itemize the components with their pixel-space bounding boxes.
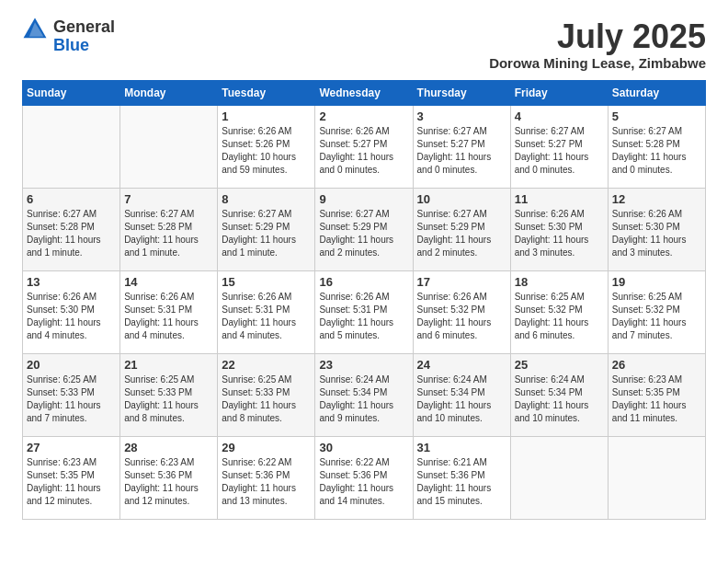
calendar-cell: 6Sunrise: 6:27 AMSunset: 5:28 PMDaylight… bbox=[23, 188, 120, 270]
day-number: 1 bbox=[222, 109, 311, 123]
cell-info: Sunrise: 6:26 AMSunset: 5:30 PMDaylight:… bbox=[27, 291, 116, 342]
day-number: 16 bbox=[319, 275, 408, 289]
day-number: 24 bbox=[417, 358, 506, 372]
cell-info: Sunrise: 6:27 AMSunset: 5:28 PMDaylight:… bbox=[124, 208, 213, 259]
calendar-cell: 21Sunrise: 6:25 AMSunset: 5:33 PMDayligh… bbox=[120, 353, 218, 436]
cell-info: Sunrise: 6:27 AMSunset: 5:29 PMDaylight:… bbox=[222, 208, 311, 259]
cell-info: Sunrise: 6:23 AMSunset: 5:36 PMDaylight:… bbox=[124, 456, 213, 508]
calendar-cell: 26Sunrise: 6:23 AMSunset: 5:35 PMDayligh… bbox=[608, 353, 705, 436]
calendar-cell: 31Sunrise: 6:21 AMSunset: 5:36 PMDayligh… bbox=[413, 436, 510, 519]
calendar-cell bbox=[608, 436, 705, 519]
calendar-cell: 2Sunrise: 6:26 AMSunset: 5:27 PMDaylight… bbox=[315, 105, 413, 188]
cell-info: Sunrise: 6:21 AMSunset: 5:36 PMDaylight:… bbox=[417, 456, 506, 508]
calendar-cell: 14Sunrise: 6:26 AMSunset: 5:31 PMDayligh… bbox=[120, 270, 218, 353]
location-title: Dorowa Mining Lease, Zimbabwe bbox=[489, 55, 706, 71]
calendar-cell: 10Sunrise: 6:27 AMSunset: 5:29 PMDayligh… bbox=[413, 188, 510, 270]
cell-info: Sunrise: 6:27 AMSunset: 5:28 PMDaylight:… bbox=[27, 208, 116, 259]
day-number: 27 bbox=[27, 441, 116, 454]
day-number: 3 bbox=[417, 109, 506, 123]
cell-info: Sunrise: 6:26 AMSunset: 5:31 PMDaylight:… bbox=[124, 291, 213, 342]
calendar-cell: 28Sunrise: 6:23 AMSunset: 5:36 PMDayligh… bbox=[120, 436, 218, 519]
day-number: 30 bbox=[319, 441, 408, 454]
cell-info: Sunrise: 6:22 AMSunset: 5:36 PMDaylight:… bbox=[319, 456, 408, 508]
cell-info: Sunrise: 6:23 AMSunset: 5:35 PMDaylight:… bbox=[612, 373, 701, 425]
day-number: 28 bbox=[124, 441, 213, 454]
cell-info: Sunrise: 6:27 AMSunset: 5:27 PMDaylight:… bbox=[417, 125, 506, 177]
cell-info: Sunrise: 6:26 AMSunset: 5:31 PMDaylight:… bbox=[319, 291, 408, 342]
day-number: 12 bbox=[612, 192, 701, 206]
day-number: 11 bbox=[515, 192, 604, 206]
calendar-cell: 3Sunrise: 6:27 AMSunset: 5:27 PMDaylight… bbox=[413, 105, 510, 188]
day-number: 21 bbox=[124, 358, 213, 372]
cell-info: Sunrise: 6:27 AMSunset: 5:29 PMDaylight:… bbox=[319, 208, 408, 259]
calendar-cell: 12Sunrise: 6:26 AMSunset: 5:30 PMDayligh… bbox=[608, 188, 705, 270]
title-area: July 2025 Dorowa Mining Lease, Zimbabwe bbox=[489, 18, 706, 71]
day-number: 23 bbox=[319, 358, 408, 372]
header-day-monday: Monday bbox=[120, 80, 218, 105]
calendar-cell: 29Sunrise: 6:22 AMSunset: 5:36 PMDayligh… bbox=[218, 436, 315, 519]
page-header: General Blue July 2025 Dorowa Mining Lea… bbox=[22, 18, 706, 71]
day-number: 31 bbox=[417, 441, 506, 454]
calendar-cell: 5Sunrise: 6:27 AMSunset: 5:28 PMDaylight… bbox=[608, 105, 705, 188]
calendar-cell bbox=[120, 105, 218, 188]
day-number: 5 bbox=[612, 109, 701, 123]
calendar-cell: 13Sunrise: 6:26 AMSunset: 5:30 PMDayligh… bbox=[23, 270, 120, 353]
day-number: 26 bbox=[612, 358, 701, 372]
cell-info: Sunrise: 6:25 AMSunset: 5:32 PMDaylight:… bbox=[515, 291, 604, 342]
cell-info: Sunrise: 6:26 AMSunset: 5:27 PMDaylight:… bbox=[319, 125, 408, 177]
logo: General Blue bbox=[22, 18, 115, 55]
cell-info: Sunrise: 6:25 AMSunset: 5:33 PMDaylight:… bbox=[124, 373, 213, 425]
cell-info: Sunrise: 6:26 AMSunset: 5:32 PMDaylight:… bbox=[417, 291, 506, 342]
calendar-cell: 30Sunrise: 6:22 AMSunset: 5:36 PMDayligh… bbox=[315, 436, 413, 519]
day-number: 22 bbox=[222, 358, 311, 372]
cell-info: Sunrise: 6:26 AMSunset: 5:31 PMDaylight:… bbox=[222, 291, 311, 342]
cell-info: Sunrise: 6:24 AMSunset: 5:34 PMDaylight:… bbox=[319, 373, 408, 425]
day-number: 9 bbox=[319, 192, 408, 206]
week-row-3: 13Sunrise: 6:26 AMSunset: 5:30 PMDayligh… bbox=[23, 270, 706, 353]
calendar-cell: 15Sunrise: 6:26 AMSunset: 5:31 PMDayligh… bbox=[218, 270, 315, 353]
calendar-cell: 7Sunrise: 6:27 AMSunset: 5:28 PMDaylight… bbox=[120, 188, 218, 270]
day-number: 4 bbox=[515, 109, 604, 123]
day-number: 25 bbox=[515, 358, 604, 372]
calendar-cell: 22Sunrise: 6:25 AMSunset: 5:33 PMDayligh… bbox=[218, 353, 315, 436]
header-day-thursday: Thursday bbox=[413, 80, 510, 105]
day-number: 13 bbox=[27, 275, 116, 289]
calendar-cell: 9Sunrise: 6:27 AMSunset: 5:29 PMDaylight… bbox=[315, 188, 413, 270]
calendar-cell bbox=[510, 436, 608, 519]
header-day-tuesday: Tuesday bbox=[218, 80, 315, 105]
header-day-saturday: Saturday bbox=[608, 80, 705, 105]
cell-info: Sunrise: 6:23 AMSunset: 5:35 PMDaylight:… bbox=[27, 456, 116, 508]
calendar-cell: 16Sunrise: 6:26 AMSunset: 5:31 PMDayligh… bbox=[315, 270, 413, 353]
cell-info: Sunrise: 6:27 AMSunset: 5:28 PMDaylight:… bbox=[612, 125, 701, 177]
cell-info: Sunrise: 6:22 AMSunset: 5:36 PMDaylight:… bbox=[222, 456, 311, 508]
calendar-cell: 23Sunrise: 6:24 AMSunset: 5:34 PMDayligh… bbox=[315, 353, 413, 436]
header-day-friday: Friday bbox=[510, 80, 608, 105]
calendar-cell bbox=[23, 105, 120, 188]
cell-info: Sunrise: 6:25 AMSunset: 5:33 PMDaylight:… bbox=[27, 373, 116, 425]
month-title: July 2025 bbox=[489, 18, 706, 55]
calendar-cell: 8Sunrise: 6:27 AMSunset: 5:29 PMDaylight… bbox=[218, 188, 315, 270]
calendar-cell: 17Sunrise: 6:26 AMSunset: 5:32 PMDayligh… bbox=[413, 270, 510, 353]
cell-info: Sunrise: 6:24 AMSunset: 5:34 PMDaylight:… bbox=[417, 373, 506, 425]
day-number: 14 bbox=[124, 275, 213, 289]
week-row-2: 6Sunrise: 6:27 AMSunset: 5:28 PMDaylight… bbox=[23, 188, 706, 270]
cell-info: Sunrise: 6:26 AMSunset: 5:26 PMDaylight:… bbox=[222, 125, 311, 177]
week-row-1: 1Sunrise: 6:26 AMSunset: 5:26 PMDaylight… bbox=[23, 105, 706, 188]
day-number: 29 bbox=[222, 441, 311, 454]
day-number: 2 bbox=[319, 109, 408, 123]
cell-info: Sunrise: 6:25 AMSunset: 5:33 PMDaylight:… bbox=[222, 373, 311, 425]
calendar-table: SundayMondayTuesdayWednesdayThursdayFrid… bbox=[22, 80, 706, 520]
calendar-cell: 19Sunrise: 6:25 AMSunset: 5:32 PMDayligh… bbox=[608, 270, 705, 353]
day-number: 15 bbox=[222, 275, 311, 289]
day-number: 10 bbox=[417, 192, 506, 206]
week-row-5: 27Sunrise: 6:23 AMSunset: 5:35 PMDayligh… bbox=[23, 436, 706, 519]
calendar-cell: 1Sunrise: 6:26 AMSunset: 5:26 PMDaylight… bbox=[218, 105, 315, 188]
logo-blue: Blue bbox=[53, 36, 89, 54]
week-row-4: 20Sunrise: 6:25 AMSunset: 5:33 PMDayligh… bbox=[23, 353, 706, 436]
logo-icon bbox=[22, 17, 48, 42]
day-number: 20 bbox=[27, 358, 116, 372]
day-number: 17 bbox=[417, 275, 506, 289]
calendar-cell: 27Sunrise: 6:23 AMSunset: 5:35 PMDayligh… bbox=[23, 436, 120, 519]
header-day-wednesday: Wednesday bbox=[315, 80, 413, 105]
header-row: SundayMondayTuesdayWednesdayThursdayFrid… bbox=[23, 80, 706, 105]
